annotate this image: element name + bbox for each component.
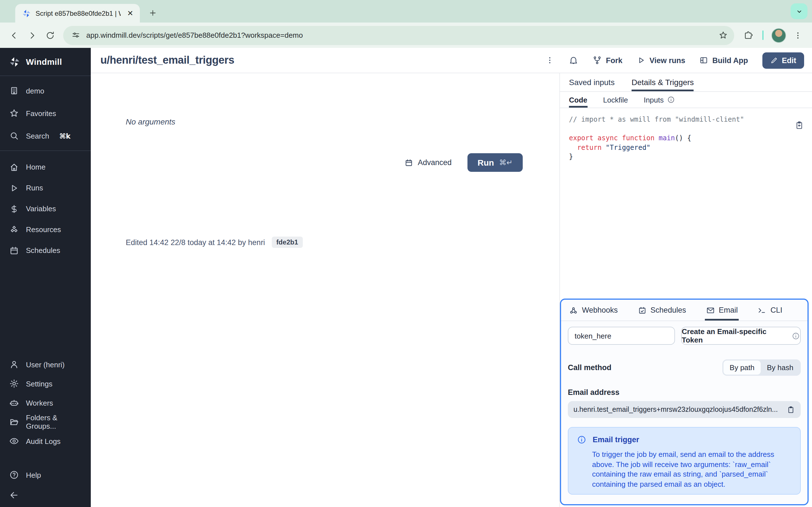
sidebar-item-home[interactable]: Home bbox=[0, 157, 91, 177]
sidebar-item-search[interactable]: Search ⌘k bbox=[0, 124, 91, 147]
subtab-lockfile[interactable]: Lockfile bbox=[603, 92, 628, 108]
build-app-button[interactable]: Build App bbox=[700, 56, 748, 65]
url-bar[interactable]: app.windmill.dev/scripts/get/e857be88e0f… bbox=[63, 25, 734, 45]
sidebar-item-resources[interactable]: Resources bbox=[0, 219, 91, 240]
details-tab-bar: Saved inputs Details & Triggers bbox=[560, 73, 812, 92]
sidebar-item-label: Runs bbox=[26, 184, 43, 192]
sidebar-item-user[interactable]: User (henri) bbox=[0, 355, 91, 374]
by-path-option[interactable]: By path bbox=[723, 360, 761, 375]
sidebar-item-audit-logs[interactable]: Audit Logs bbox=[0, 432, 91, 451]
trigger-tab-label: Email bbox=[719, 306, 738, 314]
tune-icon bbox=[71, 31, 81, 40]
code-viewer: // import * as wmill from "windmill-clie… bbox=[560, 108, 812, 168]
sidebar-item-label: Home bbox=[26, 163, 45, 171]
sidebar-item-label: Help bbox=[26, 471, 41, 479]
trigger-tab-label: Schedules bbox=[651, 306, 686, 314]
browser-tabstrip: Script e857be88e0fde2b1 | W ✕ bbox=[0, 0, 812, 22]
back-icon bbox=[9, 30, 19, 40]
edit-button[interactable]: Edit bbox=[762, 52, 804, 68]
building-icon bbox=[9, 86, 19, 96]
sidebar-item-runs[interactable]: Runs bbox=[0, 177, 91, 198]
email-address-field[interactable]: u.henri.test_email_triggers+mrsw23zlouxg… bbox=[568, 401, 801, 418]
back-button[interactable] bbox=[6, 27, 22, 44]
more-options-button[interactable] bbox=[546, 56, 555, 65]
clipboard-copy-icon bbox=[795, 121, 804, 130]
user-icon bbox=[9, 359, 19, 370]
trigger-tab-webhooks[interactable]: Webhooks bbox=[569, 300, 618, 321]
sidebar-item-label: Favorites bbox=[26, 109, 56, 117]
bookmark-star-icon bbox=[718, 31, 728, 40]
reload-button[interactable] bbox=[42, 27, 59, 44]
gear-icon bbox=[9, 379, 19, 389]
bookmark-button[interactable] bbox=[715, 27, 731, 43]
page-title: u/henri/test_email_triggers bbox=[100, 54, 234, 66]
view-runs-label: View runs bbox=[649, 56, 685, 64]
calendar-icon bbox=[404, 158, 413, 167]
email-token-input[interactable] bbox=[568, 327, 675, 345]
sidebar-item-label: User (henri) bbox=[26, 360, 64, 369]
sidebar-item-label: Variables bbox=[26, 205, 56, 213]
browser-toolbar: app.windmill.dev/scripts/get/e857be88e0f… bbox=[0, 22, 812, 48]
search-shortcut: ⌘k bbox=[59, 131, 70, 140]
view-runs-button[interactable]: View runs bbox=[637, 56, 685, 65]
sidebar-item-settings[interactable]: Settings bbox=[0, 374, 91, 393]
subtab-inputs-label: Inputs bbox=[644, 96, 664, 104]
chevron-down-icon bbox=[795, 7, 803, 15]
code-string: "Triggered" bbox=[606, 144, 651, 151]
subtab-inputs[interactable]: Inputs bbox=[644, 92, 675, 108]
fork-button[interactable]: Fork bbox=[593, 56, 622, 65]
forward-button[interactable] bbox=[24, 27, 41, 44]
sidebar-item-workspace[interactable]: demo bbox=[0, 79, 91, 102]
extensions-button[interactable] bbox=[740, 27, 757, 44]
sidebar-item-label: Folders & Groups... bbox=[26, 413, 82, 431]
tab-details-triggers[interactable]: Details & Triggers bbox=[631, 73, 694, 91]
code-keyword: export bbox=[569, 134, 594, 142]
trigger-tab-cli[interactable]: CLI bbox=[758, 300, 782, 321]
tab-close-icon[interactable]: ✕ bbox=[125, 8, 135, 18]
trigger-tab-email[interactable]: Email bbox=[706, 300, 738, 321]
browser-menu-button[interactable] bbox=[790, 27, 806, 44]
sidebar-collapse-button[interactable] bbox=[0, 485, 91, 507]
sidebar-item-label: Settings bbox=[26, 379, 52, 388]
tab-saved-inputs[interactable]: Saved inputs bbox=[569, 73, 615, 91]
kebab-icon bbox=[546, 56, 555, 65]
sidebar-item-label: Resources bbox=[26, 225, 61, 234]
sidebar-brand[interactable]: Windmill bbox=[0, 48, 91, 75]
run-button[interactable]: Run ⌘↵ bbox=[467, 153, 523, 172]
new-tab-button[interactable] bbox=[146, 6, 160, 20]
by-hash-option[interactable]: By hash bbox=[761, 360, 800, 375]
browser-tab[interactable]: Script e857be88e0fde2b1 | W ✕ bbox=[15, 4, 140, 22]
robot-icon bbox=[9, 398, 19, 408]
build-app-label: Build App bbox=[712, 56, 748, 64]
screen: Script e857be88e0fde2b1 | W ✕ app.windmi… bbox=[0, 0, 812, 507]
subtab-code[interactable]: Code bbox=[569, 92, 587, 108]
sidebar-item-favorites[interactable]: Favorites bbox=[0, 102, 91, 124]
advanced-button[interactable]: Advanced bbox=[404, 158, 452, 167]
email-trigger-info-box: Email trigger To trigger the job by emai… bbox=[568, 427, 801, 495]
profile-avatar[interactable] bbox=[771, 28, 786, 43]
run-shortcut: ⌘↵ bbox=[499, 158, 513, 167]
sidebar-item-label: demo bbox=[26, 87, 44, 95]
forward-icon bbox=[27, 30, 37, 40]
info-icon bbox=[577, 435, 587, 445]
copy-code-button[interactable] bbox=[795, 121, 804, 130]
notifications-button[interactable] bbox=[569, 55, 579, 65]
sidebar-item-help[interactable]: Help bbox=[0, 465, 91, 485]
tab-search-button[interactable] bbox=[791, 3, 808, 19]
star-icon bbox=[9, 108, 19, 118]
sidebar-item-schedules[interactable]: Schedules bbox=[0, 240, 91, 261]
play-outline-icon bbox=[637, 56, 645, 65]
cubes-icon bbox=[9, 224, 19, 235]
edited-info-text: Edited 14:42 22/8 today at 14:42 by henr… bbox=[126, 238, 265, 246]
sidebar-item-folders[interactable]: Folders & Groups... bbox=[0, 412, 91, 432]
create-email-token-button[interactable]: Create an Email-specific Token bbox=[681, 327, 801, 345]
copy-email-button[interactable] bbox=[786, 405, 795, 414]
clipboard-icon bbox=[786, 405, 795, 414]
sidebar-item-variables[interactable]: Variables bbox=[0, 198, 91, 219]
script-hash-badge[interactable]: fde2b1 bbox=[272, 237, 303, 248]
calendar-check-icon bbox=[638, 305, 647, 315]
code-keyword: async bbox=[598, 134, 618, 142]
trigger-tab-schedules[interactable]: Schedules bbox=[638, 300, 686, 321]
sidebar-item-workers[interactable]: Workers bbox=[0, 393, 91, 412]
windmill-logo-icon bbox=[9, 56, 20, 67]
